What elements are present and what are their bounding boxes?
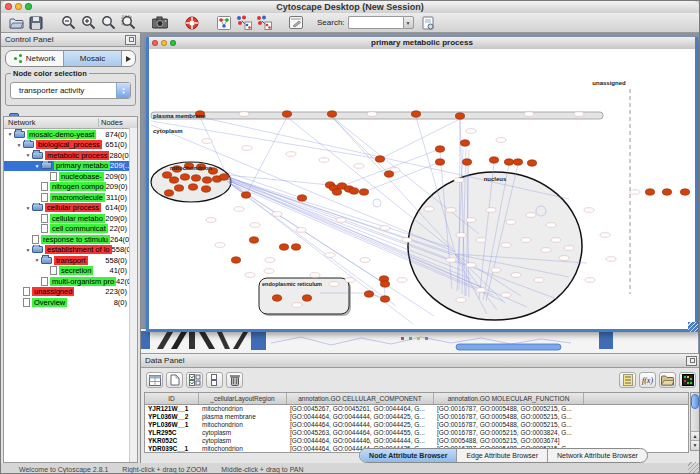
network-node[interactable] — [435, 159, 444, 165]
table-column-header[interactable]: _cellularLayoutRegion — [199, 393, 287, 404]
select-all-attributes-icon[interactable] — [186, 372, 203, 388]
network-node[interactable] — [327, 111, 336, 117]
expand-icon[interactable]: ▼ — [33, 257, 41, 263]
help-icon[interactable] — [183, 14, 201, 31]
window-resize-grip[interactable] — [688, 322, 698, 332]
network-node-label[interactable] — [541, 248, 551, 253]
network-node[interactable] — [202, 177, 211, 183]
tab-network-attribute-browser[interactable]: Network Attribute Browser — [548, 449, 647, 462]
network-node-label[interactable] — [506, 220, 516, 225]
network-node-label[interactable] — [456, 233, 466, 238]
network-node-label[interactable] — [496, 138, 506, 143]
network-node[interactable] — [349, 188, 358, 194]
search-options-dropdown[interactable]: ▼ — [403, 16, 414, 29]
network-node-label[interactable] — [521, 238, 531, 243]
network-node[interactable] — [513, 159, 522, 165]
create-attribute-icon[interactable] — [166, 372, 183, 388]
network-node-label[interactable] — [564, 246, 574, 251]
network-node[interactable] — [282, 111, 291, 117]
zoom-selected-icon[interactable] — [119, 14, 137, 31]
tree-row[interactable]: ▼transport558(0) — [4, 255, 137, 266]
import-attributes-icon[interactable] — [659, 372, 676, 388]
network-node-label[interactable] — [501, 293, 511, 298]
tree-row[interactable]: ▼biological_process651(0) — [4, 140, 137, 151]
network-node[interactable] — [291, 244, 300, 250]
tab-overflow-icon[interactable] — [122, 51, 135, 66]
network-node[interactable] — [455, 113, 464, 119]
network-node[interactable] — [527, 160, 536, 166]
network-node[interactable] — [460, 140, 469, 146]
network-edge[interactable] — [380, 119, 460, 159]
expand-icon[interactable]: ▼ — [24, 247, 32, 253]
network-node-label[interactable] — [511, 273, 521, 278]
tree-scrollbar[interactable] — [129, 128, 137, 462]
tree-row[interactable]: nucleobase-209(0) — [4, 171, 137, 182]
network-node-label[interactable] — [524, 112, 534, 117]
table-row[interactable]: YPL036W__1mitochondrion[GO:0044464, GO:0… — [145, 421, 688, 429]
network-node-label[interactable] — [446, 258, 456, 263]
network-node-label[interactable] — [206, 218, 216, 223]
network-view-window[interactable]: primary metabolic process plasma membran… — [146, 37, 698, 332]
network-node[interactable] — [489, 157, 498, 163]
tree-row[interactable]: ▼cellular process614(0) — [4, 203, 137, 214]
table-column-header[interactable]: ID — [145, 393, 199, 404]
network-node-label[interactable] — [272, 212, 282, 217]
attribute-batch-icon[interactable] — [619, 372, 636, 388]
layout-icon[interactable] — [215, 14, 233, 31]
function-builder-icon[interactable]: f(x) — [639, 372, 656, 388]
network-edge[interactable] — [364, 162, 440, 192]
table-scrollbar[interactable]: ▲ ▼ — [690, 392, 700, 451]
network-node[interactable] — [359, 189, 368, 195]
network-node[interactable] — [231, 257, 240, 263]
network-node-label[interactable] — [491, 268, 501, 273]
network-node-label[interactable] — [456, 298, 466, 303]
tree-row[interactable]: Overview8(0) — [4, 297, 137, 308]
search-input[interactable] — [348, 16, 403, 29]
tree-row[interactable]: nitrogen compo209(0) — [4, 182, 137, 193]
select-attributes-icon[interactable] — [146, 372, 163, 388]
network-node-label[interactable] — [551, 238, 561, 243]
network-node-label[interactable] — [319, 158, 329, 163]
tree-row[interactable]: ▼metabolic process280(0) — [4, 150, 137, 161]
network-node-label[interactable] — [329, 282, 339, 287]
tree-row[interactable]: response to stimulu264(0) — [4, 234, 137, 245]
table-column-header[interactable] — [584, 393, 689, 404]
network-node-label[interactable] — [630, 190, 640, 195]
network-node-label[interactable] — [360, 258, 370, 263]
expand-icon[interactable]: ▼ — [6, 131, 14, 137]
tree-row[interactable]: cell communicat22(0) — [4, 224, 137, 235]
network-node-label[interactable] — [476, 288, 486, 293]
network-node[interactable] — [164, 190, 173, 196]
network-node-label[interactable] — [501, 243, 511, 248]
network-node-label[interactable] — [250, 223, 260, 228]
network-node[interactable] — [662, 189, 671, 195]
network-node-label[interactable] — [606, 257, 616, 262]
float-panel-icon[interactable] — [125, 35, 136, 45]
network-node-label[interactable] — [486, 208, 496, 213]
import-network-icon[interactable] — [420, 14, 438, 31]
network-node[interactable] — [375, 156, 384, 162]
tab-mosaic[interactable]: Mosaic — [64, 51, 122, 66]
network-node-label[interactable] — [354, 164, 364, 169]
table-row[interactable]: YPL036W__2plasma membrane[GO:0044464, GO… — [145, 413, 688, 421]
unselect-all-attributes-icon[interactable] — [206, 372, 223, 388]
matrix-view-icon[interactable] — [679, 372, 696, 388]
attribute-table-header[interactable]: ID_cellularLayoutRegionannotation.GO CEL… — [145, 393, 688, 405]
network-node-label[interactable] — [466, 218, 476, 223]
network-node-label[interactable] — [454, 178, 464, 183]
network-node-label[interactable] — [202, 139, 212, 144]
network-node-label[interactable] — [466, 129, 476, 134]
network-node-label[interactable] — [559, 256, 569, 261]
table-row[interactable]: YLR295Ccytoplasm[GO:0045263, GO:0044464,… — [145, 429, 688, 437]
network-edge[interactable] — [151, 121, 380, 159]
float-panel-icon[interactable] — [686, 356, 697, 366]
network-node-label[interactable] — [466, 263, 476, 268]
network-node-label[interactable] — [345, 278, 355, 283]
network-node-label[interactable] — [264, 269, 274, 274]
tree-row[interactable]: unassigned223(0) — [4, 287, 137, 298]
open-session-icon[interactable] — [7, 14, 25, 31]
network-node-label[interactable] — [242, 146, 252, 151]
zoom-out-icon[interactable] — [59, 14, 77, 31]
network-node[interactable] — [180, 174, 189, 180]
network-node-label[interactable] — [265, 258, 275, 263]
